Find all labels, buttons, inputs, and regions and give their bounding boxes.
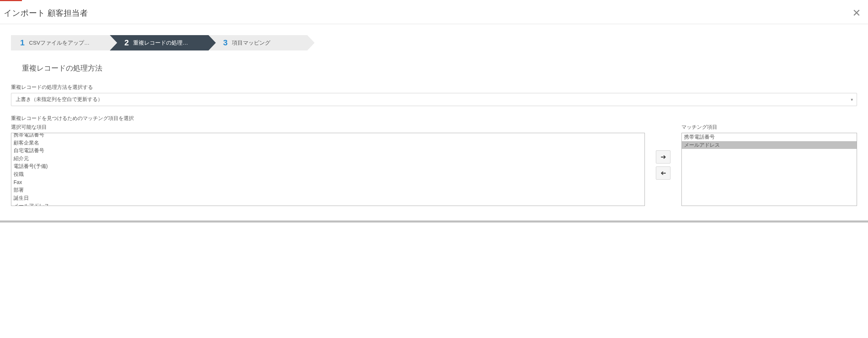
arrow-right-icon: ➔ — [661, 153, 666, 161]
wizard-step-1[interactable]: 1 CSVファイルをアップ… — [11, 35, 110, 50]
list-item[interactable]: 役職 — [11, 170, 645, 179]
list-item[interactable]: 部署 — [11, 186, 645, 194]
available-items-label: 選択可能な項目 — [11, 124, 645, 131]
move-left-button[interactable]: ➔ — [656, 166, 670, 180]
list-item[interactable]: 誕生日 — [11, 194, 645, 202]
list-item[interactable]: メールアドレス — [11, 202, 645, 206]
matching-items-listbox[interactable]: 携帯電話番号メールアドレス — [681, 133, 857, 206]
page-title: インポート 顧客担当者 — [4, 8, 88, 19]
available-items-listbox[interactable]: 携帯電話番号顧客企業名自宅電話番号紹介元電話番号(予備)役職Fax部署誕生日メー… — [11, 133, 645, 206]
wizard-steps: 1 CSVファイルをアップ… 2 重複レコードの処理… 3 項目マッピング — [11, 35, 857, 50]
step-number: 3 — [223, 38, 228, 48]
list-item[interactable]: メールアドレス — [682, 141, 857, 149]
arrow-left-icon: ➔ — [661, 169, 666, 177]
step-number: 2 — [124, 38, 129, 48]
duplicate-method-label: 重複レコードの処理方法を選択する — [11, 84, 857, 91]
close-icon[interactable]: ✕ — [852, 8, 861, 18]
move-right-button[interactable]: ➔ — [656, 150, 670, 164]
list-item[interactable]: 携帯電話番号 — [682, 133, 857, 141]
list-item[interactable]: 携帯電話番号 — [11, 133, 645, 139]
list-item[interactable]: 自宅電話番号 — [11, 147, 645, 155]
step-label: 項目マッピング — [232, 40, 270, 46]
section-title: 重複レコードの処理方法 — [22, 63, 857, 73]
list-item[interactable]: 顧客企業名 — [11, 139, 645, 147]
matching-items-label: マッチング項目 — [681, 124, 857, 131]
list-item[interactable]: 紹介元 — [11, 155, 645, 163]
duplicate-method-select[interactable]: 上書き（未指定列を空白で更新する） ▼ — [11, 93, 857, 106]
matching-label: 重複レコードを見つけるためのマッチング項目を選択 — [11, 115, 857, 122]
select-value: 上書き（未指定列を空白で更新する） — [16, 96, 103, 103]
chevron-down-icon: ▼ — [850, 98, 854, 102]
list-item[interactable]: 電話番号(予備) — [11, 162, 645, 170]
wizard-step-2[interactable]: 2 重複レコードの処理… — [110, 35, 208, 50]
step-number: 1 — [20, 38, 25, 48]
list-item[interactable]: Fax — [11, 179, 645, 187]
wizard-step-3[interactable]: 3 項目マッピング — [208, 35, 307, 50]
step-label: CSVファイルをアップ… — [29, 40, 90, 46]
modal-header: インポート 顧客担当者 ✕ — [0, 1, 868, 24]
step-label: 重複レコードの処理… — [133, 40, 188, 46]
